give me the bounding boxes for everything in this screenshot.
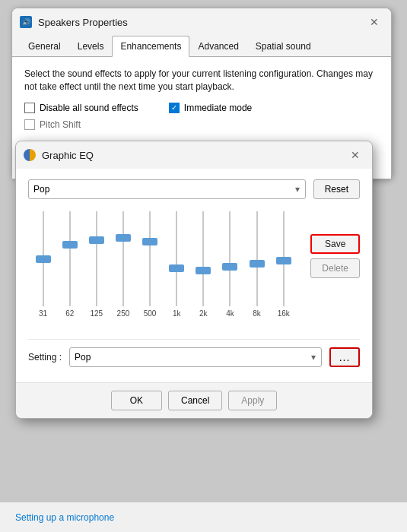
slider-track-1k[interactable] (173, 211, 180, 306)
slider-line-1k (176, 211, 177, 306)
eq-slider-16k: 16k (272, 211, 295, 318)
speakers-description: Select the sound effects to apply for yo… (24, 68, 379, 93)
eq-preset-container: Pop Rock Jazz Classical Bass Boost Trebl… (28, 179, 306, 199)
speakers-title: Speakers Properties (38, 17, 128, 28)
microphone-setup-link[interactable]: Setting up a microphone (15, 512, 114, 523)
eq-slider-500: 500 (138, 211, 162, 318)
eq-slider-250: 250 (111, 211, 135, 318)
slider-thumb-500[interactable] (142, 238, 157, 245)
setting-label: Setting : (28, 352, 62, 363)
slider-line-2k (202, 211, 204, 306)
eq-slider-8k: 8k (245, 211, 269, 318)
slider-track-31[interactable] (40, 211, 46, 306)
slider-thumb-8k[interactable] (250, 260, 265, 268)
disable-effects-checkbox[interactable] (24, 103, 35, 113)
slider-label-500: 500 (144, 309, 157, 318)
tab-advanced[interactable]: Advanced (189, 36, 246, 57)
slider-thumb-2k[interactable] (196, 267, 211, 274)
eq-reset-button[interactable]: Reset (313, 179, 360, 199)
eq-dots-button[interactable]: ... (329, 347, 360, 367)
speakers-close-button[interactable]: ✕ (367, 14, 382, 30)
speakers-title-left: 🔊 Speakers Properties (20, 16, 128, 28)
slider-thumb-1k[interactable] (169, 264, 184, 272)
eq-icon (24, 149, 36, 161)
eq-ok-button[interactable]: OK (111, 391, 162, 410)
slider-thumb-250[interactable] (116, 234, 131, 242)
slider-thumb-125[interactable] (89, 236, 104, 244)
slider-line-4k (229, 211, 231, 306)
eq-slider-2k: 2k (192, 211, 215, 318)
eq-slider-125: 125 (84, 211, 108, 318)
bg-bottom-area: Setting up a microphone (0, 502, 407, 532)
tab-spatial-sound[interactable]: Spatial sound (247, 36, 320, 57)
speakers-tabs: General Levels Enhancements Advanced Spa… (12, 36, 391, 57)
disable-effects-row: Disable all sound effects (24, 103, 138, 113)
slider-thumb-4k[interactable] (222, 263, 237, 271)
eq-slider-31: 31 (31, 211, 55, 318)
pitch-shift-checkbox[interactable] (24, 119, 35, 130)
slider-line-500 (149, 211, 151, 306)
slider-label-125: 125 (90, 309, 103, 318)
slider-track-4k[interactable] (227, 211, 233, 306)
speakers-options: Disable all sound effects ✓ Immediate mo… (24, 103, 379, 113)
slider-track-8k[interactable] (254, 211, 260, 306)
immediate-mode-row: ✓ Immediate mode (169, 103, 252, 113)
slider-thumb-16k[interactable] (276, 257, 291, 264)
tab-enhancements[interactable]: Enhancements (112, 36, 189, 57)
slider-label-4k: 4k (226, 309, 234, 318)
slider-track-62[interactable] (67, 211, 73, 306)
speakers-titlebar: 🔊 Speakers Properties ✕ (12, 8, 391, 36)
setting-select[interactable]: Pop Rock Jazz Classical Custom (69, 347, 322, 367)
eq-slider-4k: 4k (218, 211, 242, 318)
slider-line-250 (122, 211, 124, 306)
slider-line-62 (69, 211, 71, 306)
eq-content: Pop Rock Jazz Classical Bass Boost Trebl… (16, 169, 372, 382)
setting-select-container: Pop Rock Jazz Classical Custom (69, 347, 322, 367)
slider-label-31: 31 (39, 309, 47, 318)
eq-setting-row: Setting : Pop Rock Jazz Classical Custom… (28, 339, 360, 372)
eq-title: Graphic EQ (42, 150, 94, 161)
slider-label-1k: 1k (173, 309, 181, 318)
pitch-shift-label: Pitch Shift (40, 119, 81, 130)
slider-line-125 (96, 211, 97, 306)
eq-preset-select[interactable]: Pop Rock Jazz Classical Bass Boost Trebl… (28, 179, 306, 199)
eq-bottom-buttons: OK Cancel Apply (16, 382, 372, 418)
slider-thumb-31[interactable] (36, 255, 51, 263)
speakers-icon: 🔊 (20, 16, 32, 28)
graphic-eq-window: Graphic EQ ✕ Pop Rock Jazz Classical Bas… (15, 141, 373, 419)
slider-track-2k[interactable] (200, 211, 206, 306)
immediate-mode-checkbox[interactable]: ✓ (169, 103, 180, 113)
slider-track-250[interactable] (120, 211, 126, 306)
slider-label-8k: 8k (253, 309, 261, 318)
eq-top-row: Pop Rock Jazz Classical Bass Boost Trebl… (28, 179, 360, 199)
slider-line-8k (256, 211, 258, 306)
slider-thumb-62[interactable] (62, 241, 78, 249)
slider-track-500[interactable] (147, 211, 153, 306)
eq-cancel-button[interactable]: Cancel (168, 391, 222, 410)
eq-sliders-with-btns: 31 62 125 (28, 211, 360, 324)
slider-label-2k: 2k (199, 309, 208, 318)
eq-titlebar: Graphic EQ ✕ (16, 141, 372, 169)
slider-label-16k: 16k (278, 309, 290, 318)
eq-slider-1k: 1k (165, 211, 189, 318)
eq-slider-62: 62 (58, 211, 81, 318)
slider-label-250: 250 (117, 309, 130, 318)
eq-apply-button[interactable]: Apply (228, 391, 277, 410)
disable-effects-label: Disable all sound effects (40, 103, 138, 113)
eq-title-left: Graphic EQ (24, 149, 94, 161)
eq-delete-button[interactable]: Delete (310, 258, 360, 278)
tab-general[interactable]: General (20, 36, 69, 57)
slider-track-16k[interactable] (281, 211, 287, 306)
tab-levels[interactable]: Levels (69, 36, 113, 57)
eq-sliders-area: 31 62 125 (28, 211, 298, 318)
eq-action-buttons: Save Delete (310, 211, 360, 324)
slider-track-125[interactable] (94, 211, 100, 306)
slider-label-62: 62 (65, 309, 74, 318)
eq-save-button[interactable]: Save (310, 234, 360, 254)
pitch-shift-row: Pitch Shift (24, 119, 379, 130)
immediate-mode-label: Immediate mode (184, 103, 252, 113)
eq-close-button[interactable]: ✕ (348, 147, 363, 163)
